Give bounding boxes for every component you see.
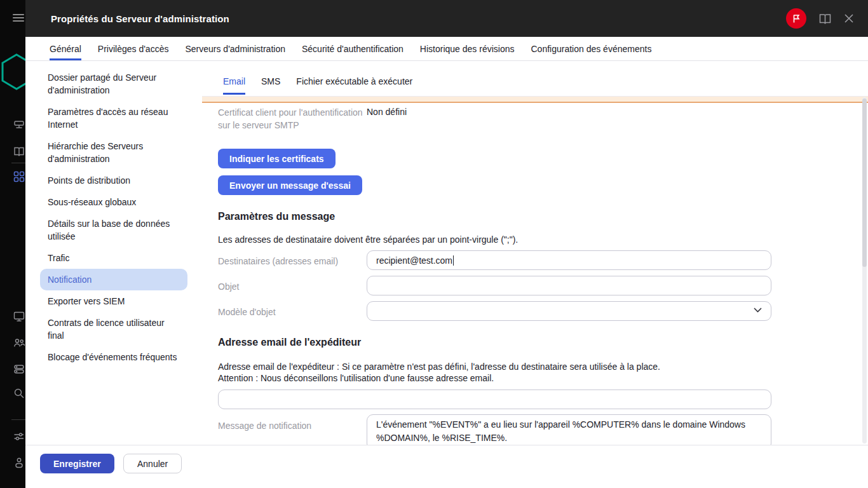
subtab-executable-file[interactable]: Fichier exécutable à exécuter xyxy=(296,74,412,95)
nav-item-internet-access[interactable]: Paramètres d'accès au réseau Internet xyxy=(40,101,187,135)
warning-banner-clipped xyxy=(202,96,868,103)
nav-item-notification[interactable]: Notification xyxy=(40,269,187,290)
recipients-input[interactable]: recipient@test.com xyxy=(367,250,771,270)
recipients-hint: Les adresses de destinataire doivent êtr… xyxy=(218,233,518,247)
nav-item-traffic[interactable]: Trafic xyxy=(40,247,187,269)
nav-item-database-details[interactable]: Détails sur la base de données utilisée xyxy=(40,213,187,247)
subtab-email[interactable]: Email xyxy=(223,74,245,95)
message-settings-title: Paramètres du message xyxy=(218,211,335,222)
dialog-title: Propriétés du Serveur d'administration xyxy=(51,13,229,24)
account-icon[interactable] xyxy=(13,457,25,468)
tab-authentication-security[interactable]: Sécurité d'authentification xyxy=(302,37,403,60)
book-icon[interactable] xyxy=(13,146,25,157)
tab-revision-history[interactable]: Historique des révisions xyxy=(420,37,515,60)
apps-grid-icon[interactable] xyxy=(13,171,25,182)
chevron-down-icon xyxy=(754,308,762,313)
content-scrollbar-thumb[interactable] xyxy=(862,98,867,267)
recipients-label: Destinataires (adresses email) xyxy=(218,255,338,268)
feedback-button[interactable] xyxy=(786,8,806,29)
tab-event-configuration[interactable]: Configuration des événements xyxy=(531,37,651,60)
cancel-button[interactable]: Annuler xyxy=(123,454,182,473)
tab-administration-servers[interactable]: Serveurs d'administration xyxy=(185,37,285,60)
smtp-certificate-label: Certificat client pour l'authentificatio… xyxy=(218,106,370,132)
hub-icon[interactable] xyxy=(13,119,25,130)
users-icon[interactable] xyxy=(13,337,25,349)
hamburger-menu-icon[interactable] xyxy=(13,14,24,23)
dialog-tabbar: Général Privilèges d'accès Serveurs d'ad… xyxy=(25,37,868,61)
app-rail xyxy=(0,0,25,488)
dialog-footer: Enregistrer Annuler xyxy=(25,445,868,488)
subject-template-select[interactable] xyxy=(367,301,771,321)
subject-label: Objet xyxy=(218,280,239,293)
nav-item-frequent-events[interactable]: Blocage d'événements fréquents xyxy=(40,346,187,368)
help-book-icon[interactable] xyxy=(819,13,831,24)
close-icon[interactable] xyxy=(844,13,854,24)
sender-title: Adresse email de l'expéditeur xyxy=(218,337,361,348)
search-icon[interactable] xyxy=(13,388,25,399)
nav-item-siem-export[interactable]: Exporter vers SIEM xyxy=(40,290,187,312)
smtp-certificate-value: Non défini xyxy=(367,107,407,117)
nav-item-shared-folder[interactable]: Dossier partagé du Serveur d'administrat… xyxy=(40,67,187,101)
settings-nav: Dossier partagé du Serveur d'administrat… xyxy=(40,67,187,368)
servers-icon[interactable] xyxy=(13,363,25,375)
content-scrollbar-track[interactable] xyxy=(862,97,867,444)
recipients-input-value: recipient@test.com xyxy=(376,255,452,266)
settings-sliders-icon[interactable] xyxy=(13,431,25,442)
monitor-icon[interactable] xyxy=(13,311,25,322)
sender-address-input[interactable] xyxy=(218,390,771,409)
nav-item-eula[interactable]: Contrats de licence utilisateur final xyxy=(40,312,187,346)
server-properties-dialog: Propriétés du Serveur d'administration G… xyxy=(25,0,868,488)
send-test-message-button[interactable]: Envoyer un message d'essai xyxy=(218,175,362,195)
sender-hint-line2: Attention : Nous déconseillons l'utilisa… xyxy=(218,372,777,385)
tab-general[interactable]: Général xyxy=(50,37,81,60)
text-caret xyxy=(453,255,454,266)
rail-divider xyxy=(11,163,25,163)
save-button[interactable]: Enregistrer xyxy=(40,454,114,473)
subject-input[interactable] xyxy=(367,276,771,295)
subtab-sms[interactable]: SMS xyxy=(261,74,280,95)
tab-access-rights[interactable]: Privilèges d'accès xyxy=(98,37,169,60)
nav-item-distribution-points[interactable]: Points de distribution xyxy=(40,170,187,191)
notification-subtabs: Email SMS Fichier exécutable à exécuter xyxy=(223,74,428,95)
rail-divider xyxy=(11,419,25,420)
kaspersky-hexagon-logo-icon xyxy=(1,53,25,90)
specify-certificates-button[interactable]: Indiquer les certificats xyxy=(218,149,336,168)
subject-template-label: Modèle d'objet xyxy=(218,306,276,318)
nav-item-global-subnets[interactable]: Sous-réseaux globaux xyxy=(40,191,187,213)
notification-message-label: Message de notification xyxy=(218,419,311,432)
nav-item-server-hierarchy[interactable]: Hiérarchie des Serveurs d'administration xyxy=(40,135,187,170)
dialog-header: Propriétés du Serveur d'administration xyxy=(25,0,868,37)
flag-icon xyxy=(791,13,801,24)
